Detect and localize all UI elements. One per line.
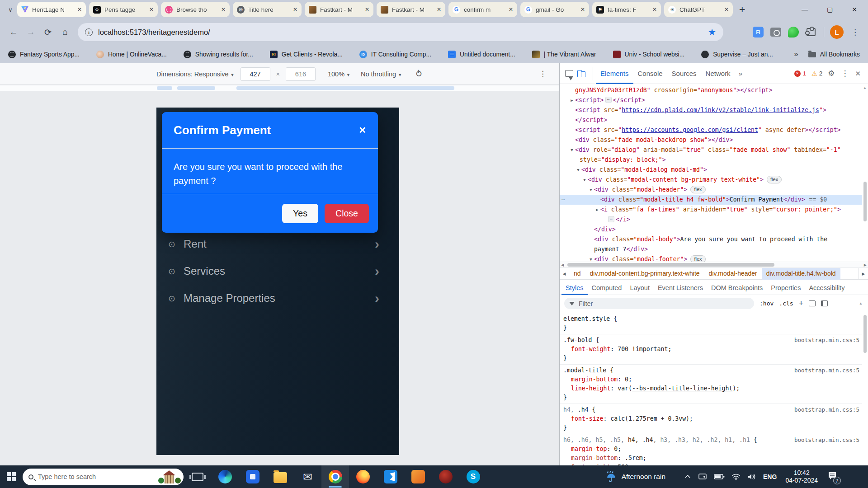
start-button[interactable] — [0, 465, 23, 488]
collapsed-content-icon[interactable]: ⋯ — [608, 216, 614, 222]
panel-tab-accessibility[interactable]: Accessibility — [805, 280, 849, 295]
panel-tab-layout[interactable]: Layout — [626, 280, 654, 295]
devtools-tab-console[interactable]: Console — [633, 63, 667, 84]
browser-tab[interactable]: ✳ChatGPT✕ — [664, 2, 733, 17]
breadcrumb-scroll-right-icon[interactable]: ▶ — [859, 268, 868, 280]
media-query-segment[interactable] — [177, 86, 215, 90]
code-line[interactable]: style="display: block;"> — [560, 155, 862, 165]
stylesheet-link[interactable]: bootstrap.min.css:5 — [794, 405, 859, 414]
cast-device-icon[interactable] — [698, 473, 707, 481]
panel-tab-properties[interactable]: Properties — [767, 280, 805, 295]
devtools-tab-network[interactable]: Network — [701, 63, 735, 84]
back-icon[interactable]: ← — [5, 24, 22, 40]
filter-input[interactable]: Filter — [564, 298, 754, 309]
browser-tab[interactable]: Ggmail - Go✕ — [520, 2, 589, 17]
forward-icon[interactable]: → — [23, 24, 39, 40]
yes-button[interactable]: Yes — [282, 204, 318, 223]
expand-arrow-icon[interactable]: ▼ — [575, 165, 581, 175]
tab-close-icon[interactable]: ✕ — [77, 6, 82, 13]
bookmark-item[interactable]: IDIT Consulting Comp... — [359, 51, 431, 58]
code-line[interactable]: </script> — [560, 115, 862, 125]
code-line[interactable]: <script src="https://cdn.plaid.com/link/… — [560, 105, 862, 115]
all-bookmarks-button[interactable]: All Bookmarks — [808, 51, 860, 58]
hidden-icons-chevron-icon[interactable] — [684, 473, 691, 480]
browser-tab[interactable]: Fastkart - M✕ — [377, 2, 445, 17]
wifi-icon[interactable] — [731, 473, 741, 480]
tab-close-icon[interactable]: ✕ — [293, 6, 297, 13]
bookmark-item[interactable]: Univ - School websi... — [613, 51, 685, 58]
collapsed-content-icon[interactable]: ⋯ — [605, 97, 612, 103]
css-declaration[interactable]: margin-bottom: 0; — [563, 375, 859, 384]
code-line[interactable]: ▼<div class="modal-content bg-primary te… — [560, 175, 862, 185]
battery-icon[interactable] — [714, 474, 725, 480]
orangeapp-taskbar-icon[interactable] — [404, 465, 432, 488]
minimize-icon[interactable]: — — [802, 6, 808, 13]
browser-tab[interactable]: Browse tho✕ — [161, 2, 230, 17]
panel-tab-event-listeners[interactable]: Event Listeners — [654, 280, 707, 295]
code-line[interactable]: ▶<i class="fa fa-times" aria-hidden="tru… — [560, 205, 862, 215]
media-query-segment[interactable] — [236, 86, 454, 90]
element-state-icon[interactable] — [809, 300, 816, 306]
bookmark-item[interactable]: RIGet Clients - Revola... — [270, 51, 343, 58]
panel-tab-styles[interactable]: Styles — [561, 280, 588, 295]
close-icon[interactable]: ✕ — [852, 6, 857, 13]
bookmark-item[interactable]: Supervise – Just an... — [701, 51, 773, 58]
elements-horizontal-scrollbar[interactable]: ◀▶ — [560, 262, 868, 268]
expand-arrow-icon[interactable]: ▼ — [588, 185, 594, 195]
css-declaration[interactable]: font-size: calc(1.275rem + 0.3vw); — [563, 414, 859, 423]
tab-close-icon[interactable]: ✕ — [437, 6, 441, 13]
height-input[interactable]: 616 — [286, 67, 316, 81]
taskbar-search-input[interactable]: Type here to search — [23, 469, 184, 485]
vscode-taskbar-icon[interactable] — [377, 465, 404, 488]
taskview-taskbar-icon[interactable] — [184, 465, 211, 488]
menu-item[interactable]: ⊙Services› — [156, 258, 399, 285]
collapse-arrow-icon[interactable]: ▶ — [569, 95, 575, 105]
css-declaration[interactable]: line-height: var(--bs-modal-title-line-h… — [563, 384, 859, 393]
explorer-taskbar-icon[interactable] — [266, 465, 294, 488]
devtools-close-icon[interactable]: ✕ — [855, 70, 861, 78]
menu-item[interactable]: ⊙Manage Properties› — [156, 285, 399, 312]
code-line[interactable]: <script src="https://accounts.google.com… — [560, 125, 862, 135]
tab-close-icon[interactable]: ✕ — [509, 6, 513, 13]
browser-tab[interactable]: Gconfirm m✕ — [448, 2, 517, 17]
browser-tab[interactable]: ⊕Title here✕ — [233, 2, 302, 17]
panel-tab-computed[interactable]: Computed — [588, 280, 626, 295]
stylesheet-link[interactable]: bootstrap.min.css:5 — [794, 436, 859, 445]
address-bar[interactable]: i localhost:5173/heritagenestdemo/ ★ — [78, 23, 723, 41]
hov-toggle[interactable]: :hov — [760, 300, 774, 307]
stylesheet-link[interactable]: bootstrap.min.css:5 — [794, 366, 859, 375]
breadcrumb-item[interactable]: nd — [569, 268, 585, 280]
more-tabs-icon[interactable]: » — [735, 70, 746, 77]
stylesheet-link[interactable]: bootstrap.min.css:5 — [794, 336, 859, 345]
restore-icon[interactable]: ▢ — [827, 6, 833, 13]
browser-menu-icon[interactable]: ⋮ — [848, 28, 863, 37]
code-line[interactable]: ⋯</i> — [560, 215, 862, 225]
throttling-select[interactable]: No throttling▼ — [361, 70, 402, 78]
home-icon[interactable]: ⌂ — [57, 24, 73, 40]
bookmark-item[interactable]: Showing results for... — [184, 51, 253, 58]
css-declaration[interactable]: font-weight: 700 !important; — [563, 345, 859, 354]
browser-tab[interactable]: Fastkart - M✕ — [305, 2, 373, 17]
breadcrumb-item[interactable]: div.modal-title.h4.fw-bold — [762, 268, 840, 280]
error-badge[interactable]: ✕1 — [794, 70, 807, 77]
weather-widget[interactable]: Afternoon rain — [605, 471, 665, 483]
code-line[interactable]: gnyJNSYdrPa03rtR1zdB" crossorigin="anony… — [560, 85, 862, 95]
cls-toggle[interactable]: .cls — [779, 300, 793, 307]
elements-vertical-scrollbar[interactable]: ▲ — [862, 84, 868, 262]
edge-taskbar-icon[interactable] — [211, 465, 239, 488]
flex-badge[interactable]: flex — [767, 176, 782, 183]
tab-close-icon[interactable]: ✕ — [365, 6, 369, 13]
modal-close-icon[interactable]: ✕ — [359, 125, 366, 136]
devtools-tab-elements[interactable]: Elements — [596, 63, 633, 84]
devtools-tab-sources[interactable]: Sources — [667, 63, 701, 84]
bookmark-item[interactable]: Fantasy Sports App... — [8, 51, 80, 58]
camera-extension-icon[interactable] — [769, 25, 783, 39]
close-button[interactable]: Close — [325, 204, 369, 223]
bookmark-star-icon[interactable]: ★ — [708, 27, 716, 38]
zoom-select[interactable]: 100%▼ — [328, 70, 350, 78]
collapse-arrow-icon[interactable]: ▶ — [594, 205, 600, 215]
skype-taskbar-icon[interactable]: S — [459, 465, 487, 488]
devtools-menu-icon[interactable]: ⋮ — [840, 69, 849, 78]
blueapp-taskbar-icon[interactable] — [239, 465, 266, 488]
settings-gear-icon[interactable]: ⚙ — [828, 69, 835, 78]
